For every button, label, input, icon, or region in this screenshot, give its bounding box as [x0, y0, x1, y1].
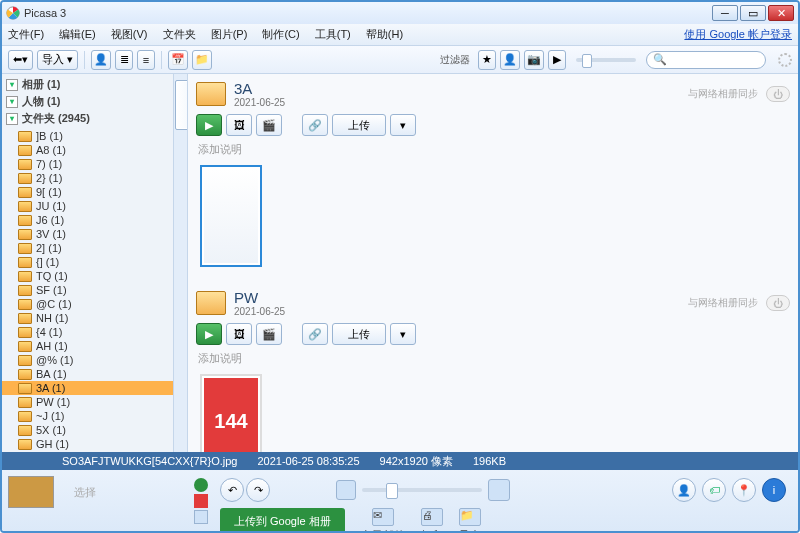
view-flat-button[interactable]: ≡ [137, 50, 155, 70]
sidebar-folder-item[interactable]: 3V (1) [2, 227, 173, 241]
sidebar-folder-item[interactable]: GH (1) [2, 437, 173, 451]
sidebar-folder-item[interactable]: PW (1) [2, 395, 173, 409]
add-description[interactable]: 添加说明 [194, 349, 792, 372]
sidebar-folder-item[interactable]: {4 (1) [2, 325, 173, 339]
print-button[interactable]: 🖨打印 [421, 508, 443, 533]
folder-icon [18, 425, 32, 436]
sidebar-folder-item[interactable]: NH (1) [2, 311, 173, 325]
sidebar-folder-item[interactable]: @% (1) [2, 353, 173, 367]
upload-dropdown[interactable]: ▾ [390, 323, 416, 345]
sidebar-folder-item[interactable]: 7) (1) [2, 157, 173, 171]
create-movie-button[interactable]: 🎬 [256, 323, 282, 345]
sidebar-folder-item[interactable]: A8 (1) [2, 143, 173, 157]
photo-thumbnail[interactable] [200, 165, 262, 267]
menu-picture[interactable]: 图片(P) [211, 28, 248, 40]
folder-label: 2} (1) [36, 172, 62, 184]
menu-file[interactable]: 文件(F) [8, 28, 44, 40]
view-people-button[interactable]: 👤 [91, 50, 111, 70]
folder-label: AH (1) [36, 340, 68, 352]
close-button[interactable]: ✕ [768, 5, 794, 21]
sidebar-folder-item[interactable]: BA (1) [2, 367, 173, 381]
import-button[interactable]: 导入 ▾ [37, 50, 78, 70]
status-bar: SO3AFJTWUKKG[54CXX{7R}O.jpg 2021-06-25 0… [2, 452, 798, 470]
tree-group-folders[interactable]: ▾文件夹 (2945) [6, 110, 169, 127]
info-button[interactable]: i [762, 478, 786, 502]
tray-thumbnail[interactable] [8, 476, 54, 508]
filter-face-button[interactable]: 👤 [500, 50, 520, 70]
view-timeline-button[interactable]: 📅 [168, 50, 188, 70]
sidebar-folder-item[interactable]: SF (1) [2, 283, 173, 297]
sidebar-folder-item[interactable]: ~J (1) [2, 409, 173, 423]
folder-label: @C (1) [36, 298, 72, 310]
view-tree-button[interactable]: 📁 [192, 50, 212, 70]
clear-tray-button[interactable] [194, 494, 208, 508]
minimize-button[interactable]: ─ [712, 5, 738, 21]
sidebar-folder-item[interactable]: TQ (1) [2, 269, 173, 283]
tag-people-button[interactable]: 👤 [672, 478, 696, 502]
menu-view[interactable]: 视图(V) [111, 28, 148, 40]
zoom-small-button[interactable] [336, 480, 356, 500]
menu-create[interactable]: 制作(C) [262, 28, 299, 40]
status-filename: SO3AFJTWUKKG[54CXX{7R}O.jpg [62, 455, 237, 467]
folder-icon [18, 299, 32, 310]
add-description[interactable]: 添加说明 [194, 140, 792, 163]
section-name: 3A [234, 80, 285, 97]
geo-tag-button[interactable]: 📍 [732, 478, 756, 502]
hold-button[interactable] [194, 478, 208, 492]
menu-help[interactable]: 帮助(H) [366, 28, 403, 40]
rotate-cw-button[interactable]: ↷ [246, 478, 270, 502]
maximize-button[interactable]: ▭ [740, 5, 766, 21]
folder-icon [18, 355, 32, 366]
add-tray-button[interactable] [194, 510, 208, 524]
tree-group-people[interactable]: ▾人物 (1) [6, 93, 169, 110]
back-button[interactable]: ⬅▾ [8, 50, 33, 70]
sidebar-folder-item[interactable]: J6 (1) [2, 213, 173, 227]
share-button[interactable]: 🔗 [302, 114, 328, 136]
upload-button[interactable]: 上传 [332, 323, 386, 345]
play-slideshow-button[interactable]: ▶ [196, 114, 222, 136]
share-button[interactable]: 🔗 [302, 323, 328, 345]
signin-link[interactable]: 使用 Google 帐户登录 [684, 27, 792, 42]
folder-label: @% (1) [36, 354, 73, 366]
sidebar-folder-item[interactable]: 2} (1) [2, 171, 173, 185]
sidebar-folder-item[interactable]: JU (1) [2, 199, 173, 213]
filter-star-button[interactable]: ★ [478, 50, 496, 70]
play-slideshow-button[interactable]: ▶ [196, 323, 222, 345]
export-button[interactable]: 📁导出 [459, 508, 481, 533]
sidebar-scrollbar[interactable] [173, 74, 187, 452]
upload-dropdown[interactable]: ▾ [390, 114, 416, 136]
sidebar-folder-item[interactable]: AH (1) [2, 339, 173, 353]
sidebar-folder-item[interactable]: @C (1) [2, 297, 173, 311]
sidebar-folder-item[interactable]: {] (1) [2, 255, 173, 269]
sidebar-folder-item[interactable]: 3A (1) [2, 381, 173, 395]
filter-geo-button[interactable]: 📷 [524, 50, 544, 70]
tag-button[interactable]: 🏷 [702, 478, 726, 502]
email-button[interactable]: ✉电子邮件 [361, 508, 405, 533]
filter-movie-button[interactable]: ▶ [548, 50, 566, 70]
menu-edit[interactable]: 编辑(E) [59, 28, 96, 40]
tree-group-albums[interactable]: ▾相册 (1) [6, 76, 169, 93]
sidebar-folder-item[interactable]: 5X (1) [2, 423, 173, 437]
photo-thumbnail[interactable]: 144 [200, 374, 262, 452]
create-collage-button[interactable]: 🖼 [226, 114, 252, 136]
sync-toggle[interactable]: ⏻ [766, 86, 790, 102]
zoom-large-button[interactable] [488, 479, 510, 501]
sidebar-folder-item[interactable]: ]B (1) [2, 129, 173, 143]
photo-tray: 选择 [8, 476, 188, 533]
loading-icon [778, 53, 792, 67]
view-list-button[interactable]: ≣ [115, 50, 133, 70]
upload-button[interactable]: 上传 [332, 114, 386, 136]
search-input[interactable]: 🔍 [646, 51, 766, 69]
upload-google-button[interactable]: 上传到 Google 相册 [220, 508, 345, 533]
menu-folder[interactable]: 文件夹 [163, 28, 196, 40]
date-slider[interactable] [576, 58, 636, 62]
sidebar-folder-item[interactable]: 9[ (1) [2, 185, 173, 199]
thumbnail-size-slider[interactable] [362, 488, 482, 492]
sidebar-folder-item[interactable]: 2] (1) [2, 241, 173, 255]
rotate-ccw-button[interactable]: ↶ [220, 478, 244, 502]
create-collage-button[interactable]: 🖼 [226, 323, 252, 345]
sync-toggle[interactable]: ⏻ [766, 295, 790, 311]
menu-tools[interactable]: 工具(T) [315, 28, 351, 40]
create-movie-button[interactable]: 🎬 [256, 114, 282, 136]
folder-icon [18, 243, 32, 254]
